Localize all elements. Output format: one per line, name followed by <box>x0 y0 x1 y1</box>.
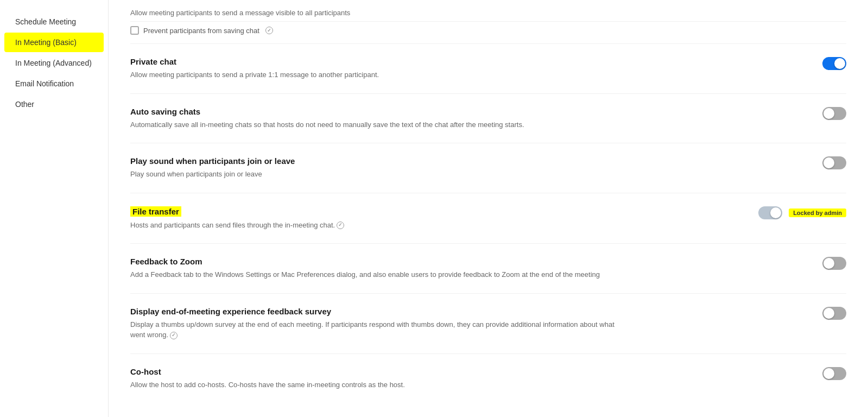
prevent-saving-chat-row: Prevent participants from saving chat ✓ <box>130 22 846 44</box>
setting-title-feedback-to-zoom: Feedback to Zoom <box>130 257 619 266</box>
setting-info-feedback-to-zoom: Feedback to ZoomAdd a Feedback tab to th… <box>130 257 619 280</box>
prevent-saving-chat-info-icon[interactable]: ✓ <box>265 27 273 34</box>
setting-desc-file-transfer: Hosts and participants can send files th… <box>130 220 619 231</box>
toggle-file-transfer <box>758 206 782 219</box>
setting-info-icon-file-transfer[interactable]: ✓ <box>337 222 344 229</box>
toggle-area-feedback-to-zoom <box>803 257 846 270</box>
setting-row-co-host: Co-hostAllow the host to add co-hosts. C… <box>130 354 846 403</box>
toggle-area-auto-saving-chats <box>803 107 846 120</box>
setting-row-play-sound: Play sound when participants join or lea… <box>130 143 846 193</box>
toggle-area-private-chat <box>803 57 846 70</box>
toggle-knob-display-feedback-survey <box>823 308 834 319</box>
sidebar: Schedule MeetingIn Meeting (Basic)In Mee… <box>0 0 109 417</box>
toggle-auto-saving-chats[interactable] <box>822 107 846 120</box>
setting-desc-display-feedback-survey: Display a thumbs up/down survey at the e… <box>130 319 619 340</box>
setting-desc-co-host: Allow the host to add co-hosts. Co-hosts… <box>130 380 619 390</box>
setting-title-highlight-file-transfer: File transfer <box>130 206 181 217</box>
toggle-feedback-to-zoom[interactable] <box>822 257 846 270</box>
setting-title-file-transfer: File transfer <box>130 206 619 217</box>
toggle-knob-co-host <box>823 368 834 379</box>
locked-badge-file-transfer: Locked by admin <box>789 208 846 217</box>
main-content: Allow meeting participants to send a mes… <box>109 0 868 417</box>
setting-info-icon-display-feedback-survey[interactable]: ✓ <box>170 332 178 339</box>
setting-title-auto-saving-chats: Auto saving chats <box>130 107 619 116</box>
setting-title-co-host: Co-host <box>130 367 619 376</box>
toggle-private-chat[interactable] <box>822 57 846 70</box>
toggle-knob-auto-saving-chats <box>823 108 834 119</box>
setting-title-display-feedback-survey: Display end-of-meeting experience feedba… <box>130 307 619 316</box>
setting-desc-private-chat: Allow meeting participants to send a pri… <box>130 70 619 80</box>
setting-desc-auto-saving-chats: Automatically save all in-meeting chats … <box>130 119 619 130</box>
sidebar-item-in-meeting-advanced[interactable]: In Meeting (Advanced) <box>4 53 104 73</box>
setting-info-private-chat: Private chatAllow meeting participants t… <box>130 57 619 80</box>
setting-row-feedback-to-zoom: Feedback to ZoomAdd a Feedback tab to th… <box>130 244 846 294</box>
setting-info-display-feedback-survey: Display end-of-meeting experience feedba… <box>130 307 619 340</box>
settings-container: Private chatAllow meeting participants t… <box>130 44 846 403</box>
top-message-text: Allow meeting participants to send a mes… <box>130 9 350 17</box>
setting-row-display-feedback-survey: Display end-of-meeting experience feedba… <box>130 294 846 354</box>
prevent-saving-chat-label: Prevent participants from saving chat <box>143 27 259 35</box>
toggle-co-host[interactable] <box>822 367 846 380</box>
toggle-area-file-transfer: Locked by admin <box>758 206 846 219</box>
setting-row-file-transfer: File transferHosts and participants can … <box>130 193 846 244</box>
toggle-knob-feedback-to-zoom <box>823 258 834 269</box>
sidebar-item-in-meeting-basic[interactable]: In Meeting (Basic) <box>4 33 104 52</box>
setting-row-private-chat: Private chatAllow meeting participants t… <box>130 44 846 94</box>
setting-info-file-transfer: File transferHosts and participants can … <box>130 206 619 231</box>
setting-info-play-sound: Play sound when participants join or lea… <box>130 156 619 180</box>
prevent-saving-chat-checkbox[interactable] <box>130 26 139 35</box>
toggle-area-play-sound <box>803 156 846 169</box>
setting-title-private-chat: Private chat <box>130 57 619 66</box>
setting-row-auto-saving-chats: Auto saving chatsAutomatically save all … <box>130 94 846 144</box>
toggle-knob-private-chat <box>834 58 845 69</box>
sidebar-item-email-notification[interactable]: Email Notification <box>4 74 104 93</box>
toggle-knob-file-transfer <box>770 207 781 218</box>
toggle-area-co-host <box>803 367 846 380</box>
toggle-area-display-feedback-survey <box>803 307 846 320</box>
setting-desc-feedback-to-zoom: Add a Feedback tab to the Windows Settin… <box>130 269 619 280</box>
top-message-row: Allow meeting participants to send a mes… <box>130 0 846 22</box>
toggle-knob-play-sound <box>823 157 834 168</box>
sidebar-item-other[interactable]: Other <box>4 94 104 114</box>
setting-info-auto-saving-chats: Auto saving chatsAutomatically save all … <box>130 107 619 130</box>
setting-desc-play-sound: Play sound when participants join or lea… <box>130 169 619 180</box>
toggle-display-feedback-survey[interactable] <box>822 307 846 320</box>
setting-title-play-sound: Play sound when participants join or lea… <box>130 156 619 166</box>
setting-info-co-host: Co-hostAllow the host to add co-hosts. C… <box>130 367 619 390</box>
sidebar-item-schedule-meeting[interactable]: Schedule Meeting <box>4 12 104 31</box>
toggle-play-sound[interactable] <box>822 156 846 169</box>
